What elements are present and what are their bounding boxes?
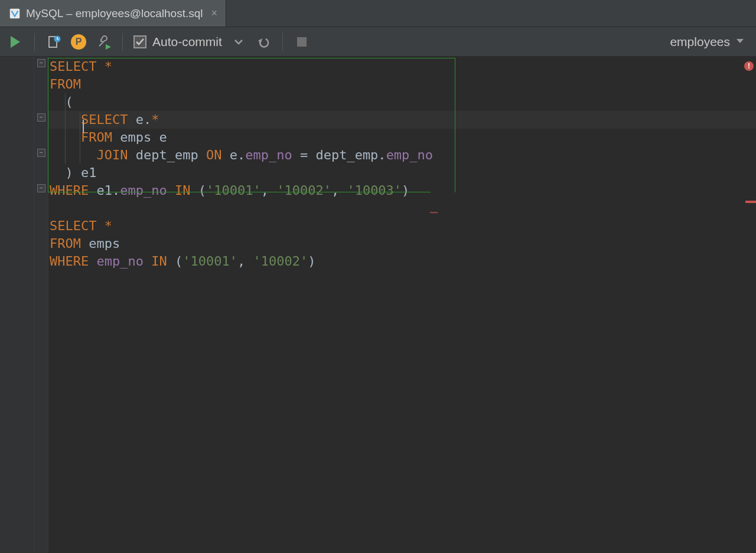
- chevron-down-icon: [735, 35, 745, 49]
- indent-guide: [80, 112, 80, 163]
- error-stripe-mark[interactable]: [745, 201, 756, 203]
- code-token: (: [198, 183, 206, 198]
- code-token: emp_no: [386, 148, 433, 162]
- error-squiggle: ~~: [429, 204, 437, 221]
- code-token: *: [151, 112, 159, 127]
- tab-title: MySQL – employees@localhost.sql: [26, 7, 203, 20]
- code-token: ): [402, 183, 409, 198]
- svg-marker-1: [11, 36, 20, 48]
- p-badge-icon: P: [71, 34, 86, 50]
- code-token: emp_no: [245, 148, 292, 162]
- code-token: JOIN: [96, 148, 135, 162]
- code-line[interactable]: SELECT e.*: [48, 111, 756, 129]
- svg-rect-7: [297, 37, 307, 47]
- fold-marker-icon[interactable]: [37, 113, 45, 122]
- code-line[interactable]: FROM emps e: [48, 129, 756, 146]
- run-button[interactable]: [7, 34, 24, 50]
- code-token: '10001': [183, 254, 237, 269]
- code-token: IN: [167, 183, 198, 198]
- code-token: IN: [144, 254, 175, 269]
- code-line[interactable]: JOIN dept_emp ON e.emp_no = dept_emp.emp…: [48, 146, 756, 164]
- schema-selector[interactable]: employees: [670, 35, 749, 49]
- toolbar: P Auto-commit employees: [0, 27, 756, 57]
- code-token: emps: [89, 236, 120, 251]
- code-line[interactable]: FROM: [48, 76, 756, 93]
- commit-dropdown-button[interactable]: [230, 34, 247, 50]
- history-button[interactable]: [45, 34, 62, 50]
- code-token: (: [175, 254, 183, 269]
- stop-button[interactable]: [294, 34, 310, 50]
- code-line[interactable]: SELECT *: [48, 58, 756, 76]
- code-token: FROM: [81, 130, 120, 145]
- code-token: (: [50, 94, 73, 109]
- code-token: FROM: [50, 77, 81, 91]
- file-tab[interactable]: MySQL – employees@localhost.sql ×: [0, 0, 226, 27]
- code-token: ,: [237, 254, 253, 269]
- code-token: emp_no: [120, 183, 167, 198]
- autocommit-checkbox[interactable]: Auto-commit: [133, 35, 222, 49]
- code-token: e1.: [96, 183, 120, 198]
- fold-gutter[interactable]: [34, 57, 48, 553]
- settings-run-button[interactable]: [95, 34, 112, 50]
- close-icon[interactable]: ×: [211, 7, 218, 19]
- code-line[interactable]: WHERE emp_no IN ('10001', '10002'): [48, 253, 756, 270]
- separator: [34, 33, 35, 51]
- code-line[interactable]: SELECT *: [48, 217, 756, 235]
- indent-guide: [65, 93, 66, 164]
- code-token: WHERE: [50, 254, 96, 269]
- error-indicator-icon[interactable]: !: [744, 61, 754, 71]
- code-line[interactable]: WHERE e1.emp_no IN ('10001', '10002', '1…: [48, 182, 756, 199]
- database-icon: [8, 7, 21, 20]
- editor[interactable]: ~~ SELECT *FROM ( SELECT e.* FROM emps e…: [0, 57, 756, 553]
- svg-marker-8: [737, 39, 744, 43]
- code-token: '10002': [276, 183, 331, 198]
- code-token: ,: [331, 183, 347, 198]
- explain-plan-button[interactable]: P: [70, 34, 87, 50]
- code-token: '10002': [253, 254, 308, 269]
- code-token: e.: [136, 112, 152, 127]
- code-token: FROM: [50, 236, 89, 251]
- checkbox-icon: [133, 35, 146, 48]
- code-line[interactable]: ) e1: [48, 164, 756, 182]
- fold-marker-icon[interactable]: [37, 149, 45, 157]
- code-line[interactable]: FROM emps: [48, 235, 756, 253]
- code-token: '10003': [347, 183, 402, 198]
- code-area[interactable]: ~~ SELECT *FROM ( SELECT e.* FROM emps e…: [48, 57, 756, 553]
- code-token: SELECT: [50, 59, 105, 74]
- code-token: ): [308, 254, 315, 269]
- autocommit-label: Auto-commit: [152, 35, 222, 49]
- code-token: *: [105, 218, 112, 233]
- code-token: emp_no: [96, 254, 143, 269]
- code-token: = dept_emp.: [292, 148, 386, 162]
- code-token: ON: [206, 148, 230, 162]
- caret: [83, 120, 84, 133]
- code-token: dept_emp: [136, 148, 206, 162]
- code-token: SELECT: [50, 218, 105, 233]
- code-token: [50, 148, 96, 162]
- code-token: ,: [261, 183, 277, 198]
- code-token: e1: [81, 165, 97, 180]
- code-token: SELECT: [81, 112, 136, 127]
- code-token: emps e: [120, 130, 167, 145]
- code-token: *: [105, 59, 112, 74]
- fold-marker-icon[interactable]: [37, 59, 45, 67]
- tab-bar: MySQL – employees@localhost.sql ×: [0, 0, 756, 27]
- code-token: WHERE: [50, 183, 96, 198]
- code-token: ): [50, 165, 81, 180]
- separator: [122, 33, 123, 51]
- code-token: e.: [230, 148, 246, 162]
- rollback-button[interactable]: [255, 34, 272, 50]
- code-line[interactable]: (: [48, 93, 756, 111]
- code-line[interactable]: [48, 199, 756, 217]
- code-token: '10001': [206, 183, 261, 198]
- fold-marker-icon[interactable]: [37, 184, 45, 192]
- svg-marker-5: [106, 44, 111, 50]
- schema-label: employees: [670, 35, 730, 49]
- gutter[interactable]: [0, 57, 34, 553]
- separator: [282, 33, 283, 51]
